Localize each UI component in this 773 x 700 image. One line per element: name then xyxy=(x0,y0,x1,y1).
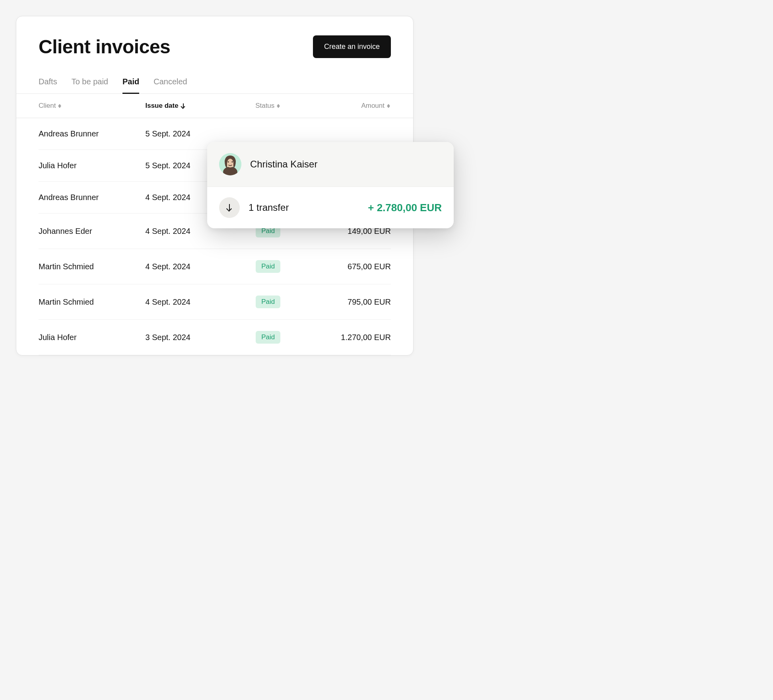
status-badge: Paid xyxy=(256,260,280,273)
cell-status: Paid xyxy=(231,260,305,273)
client-popover: Christina Kaiser 1 transfer + 2.780,00 E… xyxy=(207,142,454,228)
cell-client: Andreas Brunner xyxy=(39,129,145,138)
column-issue-date-label: Issue date xyxy=(145,102,178,110)
cell-client: Martin Schmied xyxy=(39,298,145,307)
table-row[interactable]: Martin Schmied 4 Sept. 2024 Paid 795,00 … xyxy=(39,284,391,320)
avatar xyxy=(219,153,241,175)
cell-status: Paid xyxy=(231,331,305,344)
table-row[interactable]: Martin Schmied 4 Sept. 2024 Paid 675,00 … xyxy=(39,249,391,284)
column-status-label: Status xyxy=(255,102,274,110)
table-row[interactable]: Julia Hofer 3 Sept. 2024 Paid 1.270,00 E… xyxy=(39,320,391,355)
popover-client-name: Christina Kaiser xyxy=(250,159,317,170)
cell-amount: 1.270,00 EUR xyxy=(305,333,391,342)
tab-to-be-paid[interactable]: To be paid xyxy=(72,71,108,94)
svg-point-3 xyxy=(228,161,229,163)
cell-client: Martin Schmied xyxy=(39,262,145,271)
cell-status: Paid xyxy=(231,296,305,308)
cell-date: 3 Sept. 2024 xyxy=(145,333,231,342)
cell-client: Julia Hofer xyxy=(39,333,145,342)
column-client[interactable]: Client xyxy=(39,102,145,110)
sort-icon xyxy=(58,103,62,109)
cell-amount: 675,00 EUR xyxy=(305,262,391,271)
cell-date: 4 Sept. 2024 xyxy=(145,298,231,307)
tabs: Dafts To be paid Paid Canceled xyxy=(16,71,413,94)
column-client-label: Client xyxy=(39,102,56,110)
popover-body[interactable]: 1 transfer + 2.780,00 EUR xyxy=(207,187,454,228)
transfer-label: 1 transfer xyxy=(249,202,359,213)
create-invoice-button[interactable]: Create an invoice xyxy=(313,35,391,58)
cell-client: Andreas Brunner xyxy=(39,193,145,202)
cell-date: 4 Sept. 2024 xyxy=(145,262,231,271)
svg-point-4 xyxy=(232,161,233,163)
transfer-amount: + 2.780,00 EUR xyxy=(368,202,442,214)
header: Client invoices Create an invoice xyxy=(16,16,413,71)
column-status[interactable]: Status xyxy=(231,102,305,110)
cell-date: 5 Sept. 2024 xyxy=(145,129,231,138)
arrow-down-icon xyxy=(226,204,233,211)
invoices-window: Client invoices Create an invoice Dafts … xyxy=(16,16,414,356)
cell-client: Julia Hofer xyxy=(39,161,145,170)
arrow-down-icon xyxy=(181,103,186,108)
sort-icon xyxy=(387,103,391,109)
table-header: Client Issue date Status Amount xyxy=(16,94,413,118)
column-issue-date[interactable]: Issue date xyxy=(145,102,231,110)
tab-drafts[interactable]: Dafts xyxy=(39,71,57,94)
status-badge: Paid xyxy=(256,331,280,344)
tab-canceled[interactable]: Canceled xyxy=(153,71,187,94)
column-amount[interactable]: Amount xyxy=(305,102,391,110)
status-badge: Paid xyxy=(256,296,280,308)
tab-paid[interactable]: Paid xyxy=(122,71,139,94)
cell-client: Johannes Eder xyxy=(39,227,145,236)
page-title: Client invoices xyxy=(39,36,170,58)
transfer-incoming-icon xyxy=(219,197,240,218)
sort-icon xyxy=(277,103,281,109)
column-amount-label: Amount xyxy=(361,102,385,110)
cell-amount: 795,00 EUR xyxy=(305,298,391,307)
popover-header: Christina Kaiser xyxy=(207,142,454,187)
